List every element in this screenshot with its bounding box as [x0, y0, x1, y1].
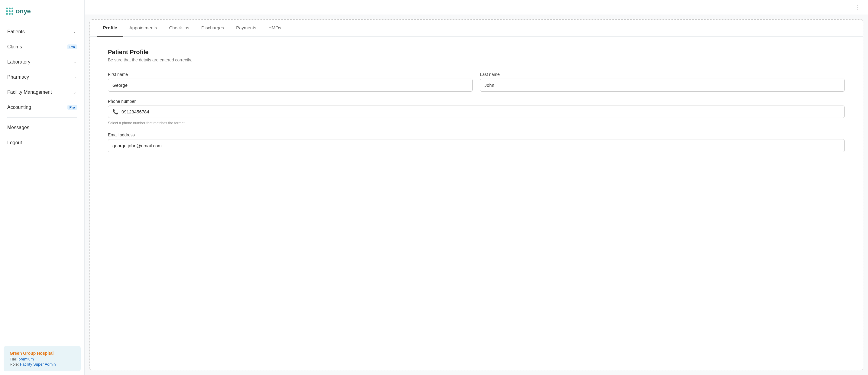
- first-name-label: First name: [108, 72, 473, 77]
- phone-hint: Select a phone number that matches the f…: [108, 121, 845, 125]
- form-title: Patient Profile: [108, 49, 845, 56]
- sidebar-item-laboratory[interactable]: Laboratory ⌄: [0, 54, 84, 69]
- sidebar-item-patients[interactable]: Patients ⌄: [0, 24, 84, 39]
- logo-text: onye: [16, 7, 31, 15]
- tier-value: premium: [19, 357, 34, 362]
- role-info: Role: Facility Super Admin: [10, 362, 75, 367]
- sidebar: onye Patients ⌄ Claims Pro Laboratory ⌄: [0, 0, 85, 375]
- pro-badge: Pro: [67, 105, 77, 110]
- facility-name: Green Group Hospital: [10, 351, 75, 356]
- sidebar-item-logout[interactable]: Logout: [0, 135, 84, 150]
- sidebar-item-label: Logout: [7, 140, 22, 145]
- phone-input-wrapper[interactable]: 📞: [108, 106, 845, 118]
- tab-check-ins[interactable]: Check-ins: [163, 20, 195, 37]
- email-group: Email address: [108, 133, 845, 152]
- sidebar-item-facility-management[interactable]: Facility Management ⌄: [0, 85, 84, 100]
- sidebar-item-label: Accounting: [7, 105, 31, 110]
- top-bar: ⋮: [85, 0, 868, 15]
- last-name-group: Last name: [480, 72, 845, 92]
- sidebar-nav: Patients ⌄ Claims Pro Laboratory ⌄ Pharm…: [0, 21, 84, 342]
- phone-group: Phone number 📞 Select a phone number tha…: [108, 99, 845, 125]
- sidebar-item-label: Laboratory: [7, 59, 31, 65]
- more-options-icon[interactable]: ⋮: [854, 4, 861, 11]
- sidebar-item-messages[interactable]: Messages: [0, 120, 84, 135]
- role-value: Facility Super Admin: [20, 362, 56, 367]
- first-name-group: First name: [108, 72, 473, 92]
- sidebar-item-label: Claims: [7, 44, 22, 50]
- logo[interactable]: onye: [0, 0, 84, 21]
- chevron-down-icon: ⌄: [72, 29, 77, 34]
- email-input[interactable]: [108, 139, 845, 152]
- name-row: First name Last name: [108, 72, 845, 92]
- tab-payments[interactable]: Payments: [230, 20, 262, 37]
- tabs: Profile Appointments Check-ins Discharge…: [90, 20, 863, 37]
- sidebar-item-label: Patients: [7, 29, 25, 34]
- sidebar-item-claims[interactable]: Claims Pro: [0, 39, 84, 54]
- tab-hmos[interactable]: HMOs: [262, 20, 287, 37]
- sidebar-item-label: Facility Management: [7, 89, 52, 95]
- form-subtitle: Be sure that the details are entered cor…: [108, 57, 845, 62]
- tier-info: Tier: premium: [10, 357, 75, 362]
- sidebar-item-pharmacy[interactable]: Pharmacy ⌄: [0, 69, 84, 85]
- last-name-label: Last name: [480, 72, 845, 77]
- chevron-down-icon: ⌄: [72, 75, 77, 80]
- phone-label: Phone number: [108, 99, 845, 104]
- main-content: ⋮ Profile Appointments Check-ins Dischar…: [85, 0, 868, 375]
- tab-discharges[interactable]: Discharges: [195, 20, 230, 37]
- chevron-down-icon: ⌄: [72, 60, 77, 64]
- sidebar-item-label: Pharmacy: [7, 75, 29, 80]
- content-area: Profile Appointments Check-ins Discharge…: [89, 19, 863, 370]
- first-name-input[interactable]: [108, 79, 473, 92]
- tab-profile[interactable]: Profile: [97, 20, 123, 37]
- chevron-down-icon: ⌄: [72, 90, 77, 95]
- email-label: Email address: [108, 133, 845, 137]
- sidebar-item-label: Messages: [7, 125, 29, 131]
- sidebar-item-accounting[interactable]: Accounting Pro: [0, 100, 84, 115]
- phone-input[interactable]: [122, 109, 840, 114]
- phone-icon: 📞: [113, 109, 119, 115]
- last-name-input[interactable]: [480, 79, 845, 92]
- facility-info: Green Group Hospital Tier: premium Role:…: [4, 346, 81, 371]
- logo-dots: [6, 7, 13, 15]
- patient-profile-form: Patient Profile Be sure that the details…: [90, 37, 863, 164]
- pro-badge: Pro: [67, 45, 77, 49]
- tab-appointments[interactable]: Appointments: [123, 20, 163, 37]
- sidebar-divider: [7, 117, 77, 118]
